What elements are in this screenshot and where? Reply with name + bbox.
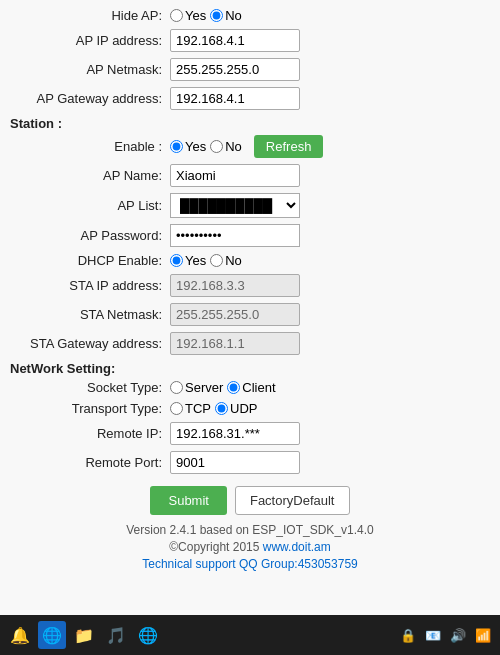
copyright-label: ©Copyright 2015 — [169, 540, 263, 554]
support-text: Technical support QQ Group:453053759 — [10, 557, 490, 571]
station-section-title: Station : — [10, 116, 490, 131]
ap-name-row: AP Name: — [10, 164, 490, 187]
socket-type-row: Socket Type: Server Client — [10, 380, 490, 395]
sta-gateway-value — [170, 332, 490, 355]
sta-ip-row: STA IP address: — [10, 274, 490, 297]
taskbar: 🔔 🌐 📁 🎵 🌐 🔒 📧 🔊 📶 — [0, 615, 500, 655]
station-enable-yes-label[interactable]: Yes — [170, 139, 206, 154]
ap-netmask-value — [170, 58, 490, 81]
ap-password-value — [170, 224, 490, 247]
station-enable-no-text: No — [225, 139, 242, 154]
ap-list-row: AP List: ██████████ — [10, 193, 490, 218]
ap-name-label: AP Name: — [10, 168, 170, 183]
socket-client-radio[interactable] — [227, 381, 240, 394]
network-section-title: NetWork Setting: — [10, 361, 490, 376]
dhcp-no-text: No — [225, 253, 242, 268]
station-enable-value: Yes No Refresh — [170, 135, 490, 158]
station-enable-yes-radio[interactable] — [170, 140, 183, 153]
hide-ap-row: Hide AP: Yes No — [10, 8, 490, 23]
ap-ip-value — [170, 29, 490, 52]
sta-gateway-input[interactable] — [170, 332, 300, 355]
ap-list-value: ██████████ — [170, 193, 490, 218]
refresh-button[interactable]: Refresh — [254, 135, 324, 158]
transport-udp-label[interactable]: UDP — [215, 401, 257, 416]
transport-tcp-text: TCP — [185, 401, 211, 416]
transport-type-row: Transport Type: TCP UDP — [10, 401, 490, 416]
station-enable-no-label[interactable]: No — [210, 139, 242, 154]
ap-netmask-row: AP Netmask: — [10, 58, 490, 81]
taskbar-folder-icon[interactable]: 📁 — [70, 621, 98, 649]
sta-netmask-label: STA Netmask: — [10, 307, 170, 322]
sta-gateway-label: STA Gateway address: — [10, 336, 170, 351]
ap-ip-label: AP IP address: — [10, 33, 170, 48]
hide-ap-yes-label[interactable]: Yes — [170, 8, 206, 23]
hide-ap-no-radio[interactable] — [210, 9, 223, 22]
dhcp-enable-row: DHCP Enable: Yes No — [10, 253, 490, 268]
ap-gateway-row: AP Gateway address: — [10, 87, 490, 110]
transport-tcp-label[interactable]: TCP — [170, 401, 211, 416]
sta-netmask-input[interactable] — [170, 303, 300, 326]
taskbar-chrome-icon[interactable]: 🌐 — [134, 621, 162, 649]
dhcp-no-label[interactable]: No — [210, 253, 242, 268]
dhcp-yes-radio[interactable] — [170, 254, 183, 267]
transport-tcp-radio[interactable] — [170, 402, 183, 415]
ap-ip-row: AP IP address: — [10, 29, 490, 52]
ap-name-input[interactable] — [170, 164, 300, 187]
taskbar-security-icon[interactable]: 🔒 — [397, 621, 419, 649]
transport-type-label: Transport Type: — [10, 401, 170, 416]
socket-server-label[interactable]: Server — [170, 380, 223, 395]
sta-ip-input[interactable] — [170, 274, 300, 297]
socket-server-text: Server — [185, 380, 223, 395]
taskbar-mail-icon[interactable]: 📧 — [422, 621, 444, 649]
copyright-link[interactable]: www.doit.am — [263, 540, 331, 554]
ap-name-value — [170, 164, 490, 187]
remote-ip-input[interactable] — [170, 422, 300, 445]
socket-server-radio[interactable] — [170, 381, 183, 394]
socket-type-value: Server Client — [170, 380, 490, 395]
dhcp-yes-label[interactable]: Yes — [170, 253, 206, 268]
transport-udp-radio[interactable] — [215, 402, 228, 415]
ap-netmask-input[interactable] — [170, 58, 300, 81]
taskbar-music-icon[interactable]: 🎵 — [102, 621, 130, 649]
remote-port-value — [170, 451, 490, 474]
hide-ap-no-label[interactable]: No — [210, 8, 242, 23]
taskbar-bell-icon[interactable]: 🔔 — [6, 621, 34, 649]
socket-client-text: Client — [242, 380, 275, 395]
socket-type-label: Socket Type: — [10, 380, 170, 395]
remote-ip-row: Remote IP: — [10, 422, 490, 445]
station-enable-yes-text: Yes — [185, 139, 206, 154]
sta-netmask-value — [170, 303, 490, 326]
taskbar-volume-icon[interactable]: 🔊 — [447, 621, 469, 649]
version-label: Version 2.4.1 based on ESP_IOT_SDK_v1.4.… — [126, 523, 374, 537]
copyright-text: ©Copyright 2015 www.doit.am — [10, 540, 490, 554]
ap-list-select[interactable]: ██████████ — [170, 193, 300, 218]
sta-gateway-row: STA Gateway address: — [10, 332, 490, 355]
remote-port-input[interactable] — [170, 451, 300, 474]
hide-ap-no-text: No — [225, 8, 242, 23]
main-content: Hide AP: Yes No AP IP address: AP Netmas… — [0, 0, 500, 615]
station-enable-no-radio[interactable] — [210, 140, 223, 153]
station-enable-row: Enable : Yes No Refresh — [10, 135, 490, 158]
hide-ap-yes-text: Yes — [185, 8, 206, 23]
ap-password-input[interactable] — [170, 224, 300, 247]
hide-ap-yes-radio[interactable] — [170, 9, 183, 22]
support-link[interactable]: Technical support QQ Group:453053759 — [142, 557, 357, 571]
remote-ip-label: Remote IP: — [10, 426, 170, 441]
ap-list-label: AP List: — [10, 198, 170, 213]
remote-ip-value — [170, 422, 490, 445]
dhcp-yes-text: Yes — [185, 253, 206, 268]
submit-button[interactable]: Submit — [150, 486, 226, 515]
ap-gateway-label: AP Gateway address: — [10, 91, 170, 106]
factory-default-button[interactable]: FactoryDefault — [235, 486, 350, 515]
version-text: Version 2.4.1 based on ESP_IOT_SDK_v1.4.… — [10, 523, 490, 537]
taskbar-network-icon[interactable]: 📶 — [472, 621, 494, 649]
taskbar-browser-icon[interactable]: 🌐 — [38, 621, 66, 649]
taskbar-right-area: 🔒 📧 🔊 📶 — [397, 621, 494, 649]
hide-ap-label: Hide AP: — [10, 8, 170, 23]
hide-ap-value: Yes No — [170, 8, 490, 23]
ap-gateway-input[interactable] — [170, 87, 300, 110]
dhcp-no-radio[interactable] — [210, 254, 223, 267]
dhcp-enable-value: Yes No — [170, 253, 490, 268]
socket-client-label[interactable]: Client — [227, 380, 275, 395]
ap-ip-input[interactable] — [170, 29, 300, 52]
